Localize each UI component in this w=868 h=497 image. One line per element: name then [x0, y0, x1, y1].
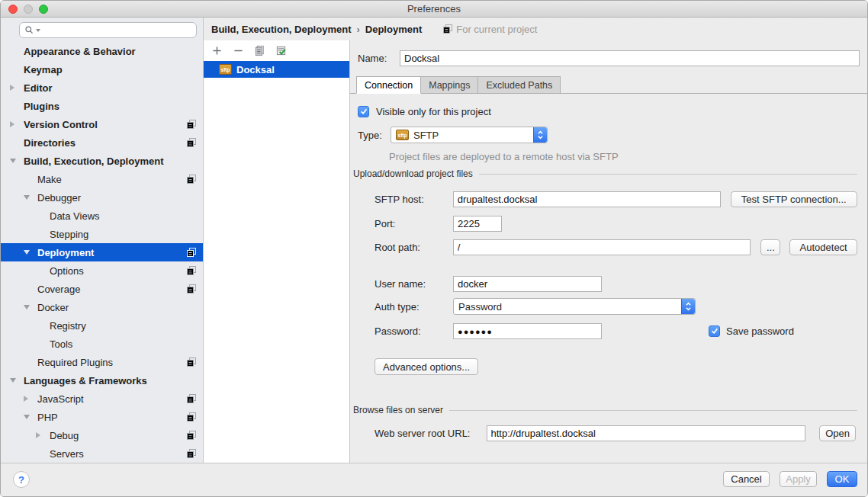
sidebar-item-keymap[interactable]: Keymap [1, 60, 203, 79]
sidebar-item-directories[interactable]: Directories [1, 133, 203, 152]
server-list-panel: sftp Docksal [204, 40, 350, 464]
chevron-down-icon[interactable] [24, 305, 30, 309]
deployment-settings-form: Name: Connection Mappings Excluded Paths [350, 40, 867, 464]
sidebar-item-required-plugins[interactable]: Required Plugins [1, 353, 203, 371]
breadcrumb-separator: › [356, 24, 359, 35]
upload-section-header: Upload/download project files [353, 168, 857, 180]
visible-only-checkbox[interactable] [358, 106, 369, 117]
sidebar-item-make[interactable]: Make [1, 170, 203, 188]
sidebar-item-editor[interactable]: Editor [1, 79, 203, 97]
chevron-down-icon[interactable] [10, 159, 16, 163]
tab-strip: Connection Mappings Excluded Paths [356, 76, 561, 94]
password-input[interactable] [453, 323, 602, 339]
server-list-item-docksal[interactable]: sftp Docksal [204, 61, 349, 78]
root-path-input[interactable] [453, 239, 751, 255]
auth-type-label: Auth type: [375, 301, 453, 313]
sidebar-item-php-debug[interactable]: Debug [1, 426, 203, 444]
autodetect-button[interactable]: Autodetect [789, 239, 857, 255]
per-project-icon [187, 120, 196, 129]
test-sftp-connection-button[interactable]: Test SFTP connection... [731, 191, 858, 207]
name-input[interactable] [400, 50, 860, 66]
breadcrumb-section[interactable]: Build, Execution, Deployment [211, 24, 351, 35]
apply-button[interactable]: Apply [780, 471, 817, 487]
help-button[interactable]: ? [13, 471, 30, 488]
chevron-down-icon[interactable] [24, 250, 30, 255]
for-current-project-label: For current project [456, 24, 537, 35]
visible-only-label: Visible only for this project [376, 106, 491, 117]
type-value: SFTP [413, 130, 439, 141]
per-project-icon [187, 175, 196, 184]
add-server-button[interactable] [210, 44, 223, 58]
sidebar-item-docker[interactable]: Docker [1, 298, 203, 316]
dropdown-stepper-icon[interactable] [681, 299, 695, 314]
advanced-options-button[interactable]: Advanced options... [375, 358, 478, 375]
auth-type-select[interactable]: Password [453, 298, 696, 315]
chevron-right-icon[interactable] [10, 121, 14, 127]
sidebar-item-tools[interactable]: Tools [1, 335, 203, 353]
open-url-button[interactable]: Open [819, 425, 856, 441]
sidebar-item-php[interactable]: PHP [1, 408, 203, 426]
port-input[interactable] [453, 216, 502, 232]
sidebar-item-appearance-behavior[interactable]: Appearance & Behavior [1, 42, 203, 60]
settings-search-box[interactable] [19, 22, 197, 38]
settings-tree: Appearance & Behavior Keymap Editor Plug… [1, 42, 203, 463]
server-list-toolbar [204, 40, 349, 61]
chevron-right-icon[interactable] [36, 432, 40, 438]
per-project-icon [443, 24, 452, 34]
save-password-checkbox[interactable] [709, 325, 720, 337]
sidebar-item-options[interactable]: Options [1, 261, 203, 280]
chevron-down-icon[interactable] [10, 378, 16, 383]
type-help-text: Project files are deployed to a remote h… [389, 151, 619, 162]
sidebar-item-registry[interactable]: Registry [1, 316, 203, 335]
use-as-default-button[interactable] [274, 44, 288, 58]
sidebar-item-plugins[interactable]: Plugins [1, 97, 203, 115]
user-name-input[interactable] [453, 276, 602, 292]
chevron-right-icon[interactable] [24, 396, 28, 402]
search-icon [24, 25, 34, 35]
sidebar-item-javascript[interactable]: JavaScript [1, 390, 203, 408]
web-root-url-input[interactable] [487, 425, 806, 441]
per-project-icon [187, 394, 196, 403]
remove-icon [233, 46, 243, 56]
preferences-window: Preferences Appearance & Behavior Keymap… [0, 0, 868, 497]
type-select[interactable]: sftp SFTP [391, 127, 548, 143]
sidebar-item-deployment[interactable]: Deployment [1, 243, 203, 261]
copy-icon [254, 45, 265, 56]
breadcrumb-page: Deployment [365, 24, 422, 35]
password-label: Password: [375, 325, 453, 337]
sidebar-item-build-execution-deployment[interactable]: Build, Execution, Deployment [1, 152, 203, 170]
use-as-default-icon [275, 45, 287, 56]
remove-server-button[interactable] [231, 44, 245, 58]
server-name: Docksal [236, 64, 275, 75]
sidebar-item-debugger[interactable]: Debugger [1, 188, 203, 207]
chevron-down-icon[interactable] [24, 195, 30, 200]
sftp-host-input[interactable] [453, 191, 721, 207]
tab-excluded-paths[interactable]: Excluded Paths [478, 76, 561, 94]
sidebar-item-stepping[interactable]: Stepping [1, 225, 203, 243]
sidebar-item-coverage[interactable]: Coverage [1, 280, 203, 298]
sidebar-item-data-views[interactable]: Data Views [1, 207, 203, 225]
search-input[interactable] [43, 25, 191, 36]
chevron-down-icon[interactable] [24, 415, 30, 419]
breadcrumb: Build, Execution, Deployment › Deploymen… [204, 18, 867, 40]
title-bar[interactable]: Preferences [1, 1, 867, 18]
check-icon [359, 107, 368, 116]
per-project-icon [187, 284, 196, 293]
search-options-caret-icon[interactable] [36, 29, 40, 32]
sidebar-item-version-control[interactable]: Version Control [1, 115, 203, 133]
auth-type-value: Password [458, 301, 502, 313]
chevron-right-icon[interactable] [10, 85, 14, 91]
section-divider [479, 174, 857, 175]
tab-connection[interactable]: Connection [356, 76, 421, 94]
sidebar-item-languages-frameworks[interactable]: Languages & Frameworks [1, 371, 203, 390]
add-icon [212, 46, 222, 56]
copy-server-button[interactable] [252, 44, 266, 58]
browse-root-path-button[interactable]: ... [760, 239, 780, 255]
check-icon [710, 326, 719, 335]
ok-button[interactable]: OK [827, 471, 857, 487]
sidebar-item-php-servers[interactable]: Servers [1, 444, 203, 463]
dropdown-stepper-icon[interactable] [533, 127, 547, 143]
per-project-icon [187, 431, 196, 440]
cancel-button[interactable]: Cancel [723, 471, 770, 487]
tab-mappings[interactable]: Mappings [421, 76, 478, 94]
